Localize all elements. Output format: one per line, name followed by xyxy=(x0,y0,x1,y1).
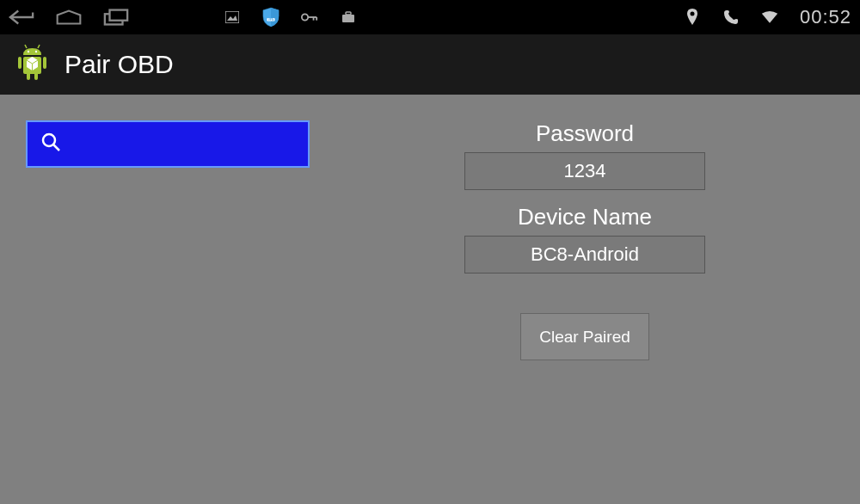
app-title: Pair OBD xyxy=(64,50,174,79)
status-bar-left: VPN xyxy=(9,4,357,30)
search-icon xyxy=(40,132,63,157)
svg-text:VPN: VPN xyxy=(268,18,274,22)
search-input[interactable] xyxy=(26,120,310,168)
svg-point-5 xyxy=(302,14,308,20)
wifi-icon xyxy=(761,9,778,26)
clear-paired-button[interactable]: Clear Paired xyxy=(520,313,649,360)
svg-rect-19 xyxy=(27,72,30,80)
svg-line-22 xyxy=(53,144,59,151)
briefcase-icon xyxy=(340,9,357,26)
image-indicator-icon xyxy=(224,9,241,26)
svg-point-21 xyxy=(43,134,55,146)
content-area: Password Device Name Clear Paired xyxy=(0,95,860,386)
key-icon xyxy=(301,9,318,26)
svg-line-14 xyxy=(38,45,40,48)
vpn-shield-icon: VPN xyxy=(262,9,280,26)
svg-rect-18 xyxy=(43,57,46,69)
clock-time: 00:52 xyxy=(800,6,851,28)
password-label: Password xyxy=(536,120,634,147)
svg-rect-17 xyxy=(18,57,22,69)
back-icon[interactable] xyxy=(9,4,34,30)
device-name-field[interactable] xyxy=(464,236,705,274)
password-field[interactable] xyxy=(464,152,705,190)
device-name-label: Device Name xyxy=(518,204,652,230)
svg-rect-20 xyxy=(34,72,38,80)
recent-apps-icon[interactable] xyxy=(103,4,129,30)
left-column xyxy=(26,120,310,360)
android-app-icon xyxy=(13,41,52,88)
status-bar-right: 00:52 xyxy=(684,6,851,28)
home-icon[interactable] xyxy=(56,4,82,30)
svg-rect-2 xyxy=(225,11,239,23)
svg-rect-9 xyxy=(342,15,354,22)
svg-point-16 xyxy=(35,51,37,52)
app-bar: Pair OBD xyxy=(0,34,860,95)
phone-icon xyxy=(722,9,740,26)
svg-rect-10 xyxy=(346,12,351,15)
right-column: Password Device Name Clear Paired xyxy=(413,120,757,360)
status-bar: VPN 00:52 xyxy=(0,0,860,34)
location-icon xyxy=(684,9,701,26)
svg-line-13 xyxy=(25,45,27,48)
svg-rect-1 xyxy=(110,10,128,21)
svg-point-11 xyxy=(690,12,694,16)
svg-point-15 xyxy=(28,51,29,52)
